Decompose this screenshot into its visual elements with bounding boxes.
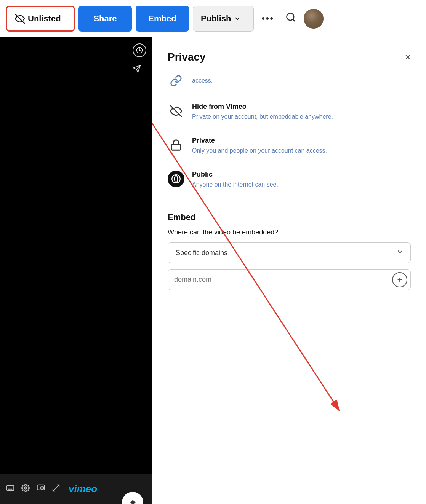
- partial-option-text: access.: [192, 77, 213, 84]
- video-screen: [0, 37, 152, 474]
- private-option-text: Private Only you and people on your acco…: [192, 137, 327, 155]
- toolbar: Unlisted Share Embed Publish •••: [0, 0, 426, 37]
- globe-icon-circle: [168, 171, 184, 187]
- svg-line-2: [293, 19, 295, 21]
- video-overlay-controls: [133, 43, 146, 75]
- chevron-down-icon: [234, 15, 241, 22]
- video-bottom-bar: vimeo ✦: [0, 474, 152, 504]
- clock-icon: [136, 47, 143, 54]
- lock-icon: [168, 137, 184, 153]
- public-option-text: Public Anyone on the internet can see.: [192, 171, 278, 189]
- unlisted-button[interactable]: Unlisted: [6, 6, 75, 32]
- panel-title: Privacy: [168, 51, 206, 63]
- svg-point-11: [24, 487, 27, 489]
- partial-option-icon: [168, 72, 184, 89]
- domain-input-wrapper: +: [168, 269, 411, 290]
- share-button[interactable]: Share: [78, 6, 132, 32]
- add-domain-button[interactable]: +: [392, 272, 407, 287]
- sparkle-button[interactable]: ✦: [122, 492, 143, 504]
- more-options-button[interactable]: •••: [258, 13, 278, 24]
- hide-icon: [168, 103, 184, 120]
- section-divider: [168, 203, 411, 203]
- main-content: vimeo ✦ Privacy ×: [0, 37, 426, 504]
- send-icon: [133, 65, 141, 73]
- privacy-option-private[interactable]: Private Only you and people on your acco…: [168, 129, 411, 163]
- svg-line-14: [57, 485, 59, 487]
- embed-domain-select[interactable]: Anywhere Specific domains Nowhere: [168, 242, 411, 263]
- lock-icon-svg: [170, 139, 182, 151]
- embed-section: Embed Where can the video be embedded? A…: [168, 212, 411, 290]
- svg-rect-19: [171, 145, 181, 150]
- settings-icon[interactable]: [21, 484, 30, 494]
- globe-icon: [171, 174, 181, 184]
- embed-question: Where can the video be embedded?: [168, 228, 411, 236]
- embed-button[interactable]: Embed: [136, 6, 189, 32]
- publish-button[interactable]: Publish: [193, 6, 254, 32]
- send-icon-btn[interactable]: [133, 65, 146, 75]
- avatar[interactable]: [304, 9, 324, 29]
- svg-line-15: [53, 488, 55, 491]
- domain-input[interactable]: [174, 271, 392, 288]
- captions-icon[interactable]: [6, 484, 14, 494]
- partial-privacy-option: access.: [168, 72, 411, 95]
- clock-icon-btn[interactable]: [133, 43, 146, 57]
- hide-option-text: Hide from Vimeo Private on your account,…: [192, 103, 333, 121]
- pip-icon[interactable]: [37, 484, 45, 494]
- embed-dropdown-wrapper: Anywhere Specific domains Nowhere: [168, 242, 411, 263]
- link-icon: [170, 75, 182, 87]
- eye-off-icon: [170, 105, 182, 117]
- privacy-option-hide[interactable]: Hide from Vimeo Private on your account,…: [168, 95, 411, 129]
- privacy-panel: Privacy × access.: [152, 37, 426, 504]
- eye-slash-icon: [15, 14, 25, 24]
- video-player: vimeo ✦: [0, 37, 152, 504]
- privacy-option-public[interactable]: Public Anyone on the internet can see.: [168, 163, 411, 197]
- search-button[interactable]: [282, 12, 300, 25]
- fullscreen-icon[interactable]: [52, 484, 60, 494]
- svg-rect-13: [41, 487, 43, 489]
- close-button[interactable]: ×: [405, 52, 411, 62]
- panel-header: Privacy ×: [168, 51, 411, 63]
- embed-section-title: Embed: [168, 212, 411, 222]
- search-icon: [285, 12, 296, 22]
- vimeo-logo: vimeo: [69, 483, 97, 495]
